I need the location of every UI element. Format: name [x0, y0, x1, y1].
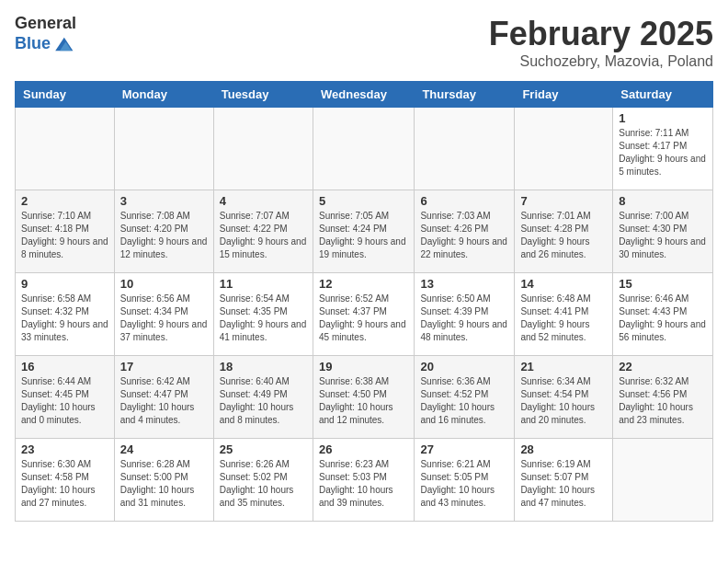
day-number: 7 — [520, 194, 607, 208]
day-info: Sunrise: 6:34 AM Sunset: 4:54 PM Dayligh… — [520, 375, 607, 427]
day-number: 14 — [520, 277, 607, 291]
weekday-header-sunday: Sunday — [16, 82, 115, 108]
calendar-day-cell — [16, 108, 115, 190]
calendar-day-cell: 5Sunrise: 7:05 AM Sunset: 4:24 PM Daylig… — [313, 190, 414, 273]
calendar-day-cell: 23Sunrise: 6:30 AM Sunset: 4:58 PM Dayli… — [16, 439, 115, 522]
day-number: 24 — [120, 442, 208, 456]
day-number: 19 — [319, 360, 408, 373]
calendar-day-cell — [515, 108, 613, 190]
logo: General Blue — [15, 15, 76, 55]
day-info: Sunrise: 7:08 AM Sunset: 4:20 PM Dayligh… — [120, 210, 208, 261]
day-info: Sunrise: 6:28 AM Sunset: 5:00 PM Dayligh… — [120, 458, 208, 510]
weekday-header-thursday: Thursday — [415, 82, 515, 108]
day-number: 26 — [319, 442, 408, 456]
calendar-day-cell — [415, 108, 515, 190]
day-number: 22 — [619, 360, 707, 373]
calendar-day-cell: 2Sunrise: 7:10 AM Sunset: 4:18 PM Daylig… — [16, 190, 115, 273]
day-info: Sunrise: 7:10 AM Sunset: 4:18 PM Dayligh… — [21, 210, 108, 261]
logo-general-text: General — [15, 15, 76, 33]
day-number: 10 — [120, 277, 208, 291]
calendar-day-cell: 18Sunrise: 6:40 AM Sunset: 4:49 PM Dayli… — [213, 356, 313, 439]
day-number: 11 — [220, 277, 307, 291]
calendar-day-cell: 12Sunrise: 6:52 AM Sunset: 4:37 PM Dayli… — [313, 273, 414, 356]
calendar-day-cell: 24Sunrise: 6:28 AM Sunset: 5:00 PM Dayli… — [114, 439, 213, 522]
weekday-header-wednesday: Wednesday — [313, 82, 414, 108]
day-info: Sunrise: 6:58 AM Sunset: 4:32 PM Dayligh… — [21, 293, 108, 344]
day-info: Sunrise: 7:05 AM Sunset: 4:24 PM Dayligh… — [319, 210, 408, 261]
logo-blue-text: Blue — [15, 35, 51, 53]
day-info: Sunrise: 6:50 AM Sunset: 4:39 PM Dayligh… — [420, 293, 508, 344]
calendar-day-cell: 4Sunrise: 7:07 AM Sunset: 4:22 PM Daylig… — [213, 190, 313, 273]
day-info: Sunrise: 6:48 AM Sunset: 4:41 PM Dayligh… — [520, 293, 607, 344]
calendar-day-cell: 1Sunrise: 7:11 AM Sunset: 4:17 PM Daylig… — [613, 108, 713, 190]
calendar-day-cell — [114, 108, 213, 190]
calendar-day-cell: 21Sunrise: 6:34 AM Sunset: 4:54 PM Dayli… — [515, 356, 613, 439]
day-info: Sunrise: 7:11 AM Sunset: 4:17 PM Dayligh… — [619, 127, 707, 178]
day-info: Sunrise: 6:38 AM Sunset: 4:50 PM Dayligh… — [319, 375, 408, 427]
calendar-day-cell: 19Sunrise: 6:38 AM Sunset: 4:50 PM Dayli… — [313, 356, 414, 439]
day-info: Sunrise: 6:26 AM Sunset: 5:02 PM Dayligh… — [220, 458, 307, 510]
calendar-week-row: 1Sunrise: 7:11 AM Sunset: 4:17 PM Daylig… — [16, 108, 713, 190]
calendar-week-row: 16Sunrise: 6:44 AM Sunset: 4:45 PM Dayli… — [16, 356, 713, 439]
day-number: 16 — [21, 360, 108, 373]
day-info: Sunrise: 6:21 AM Sunset: 5:05 PM Dayligh… — [420, 458, 508, 510]
day-number: 15 — [619, 277, 707, 291]
day-number: 8 — [619, 194, 707, 208]
calendar-table: SundayMondayTuesdayWednesdayThursdayFrid… — [15, 81, 713, 522]
calendar-week-row: 23Sunrise: 6:30 AM Sunset: 4:58 PM Dayli… — [16, 439, 713, 522]
calendar-day-cell: 14Sunrise: 6:48 AM Sunset: 4:41 PM Dayli… — [515, 273, 613, 356]
calendar-day-cell — [313, 108, 414, 190]
day-info: Sunrise: 6:46 AM Sunset: 4:43 PM Dayligh… — [619, 293, 707, 344]
day-info: Sunrise: 6:44 AM Sunset: 4:45 PM Dayligh… — [21, 375, 108, 427]
weekday-header-saturday: Saturday — [613, 82, 713, 108]
calendar-week-row: 9Sunrise: 6:58 AM Sunset: 4:32 PM Daylig… — [16, 273, 713, 356]
day-number: 2 — [21, 194, 108, 208]
calendar-day-cell: 6Sunrise: 7:03 AM Sunset: 4:26 PM Daylig… — [415, 190, 515, 273]
day-info: Sunrise: 6:42 AM Sunset: 4:47 PM Dayligh… — [120, 375, 208, 427]
day-number: 3 — [120, 194, 208, 208]
day-number: 18 — [220, 360, 307, 373]
calendar-day-cell: 11Sunrise: 6:54 AM Sunset: 4:35 PM Dayli… — [213, 273, 313, 356]
day-info: Sunrise: 6:30 AM Sunset: 4:58 PM Dayligh… — [21, 458, 108, 510]
calendar-week-row: 2Sunrise: 7:10 AM Sunset: 4:18 PM Daylig… — [16, 190, 713, 273]
day-info: Sunrise: 6:54 AM Sunset: 4:35 PM Dayligh… — [220, 293, 307, 344]
calendar-day-cell: 22Sunrise: 6:32 AM Sunset: 4:56 PM Dayli… — [613, 356, 713, 439]
weekday-header-tuesday: Tuesday — [213, 82, 313, 108]
calendar-day-cell — [213, 108, 313, 190]
day-number: 5 — [319, 194, 408, 208]
day-info: Sunrise: 6:32 AM Sunset: 4:56 PM Dayligh… — [619, 375, 707, 427]
day-number: 28 — [520, 442, 607, 456]
day-number: 12 — [319, 277, 408, 291]
day-info: Sunrise: 6:40 AM Sunset: 4:49 PM Dayligh… — [220, 375, 307, 427]
day-info: Sunrise: 6:36 AM Sunset: 4:52 PM Dayligh… — [420, 375, 508, 427]
calendar-day-cell: 28Sunrise: 6:19 AM Sunset: 5:07 PM Dayli… — [515, 439, 613, 522]
calendar-day-cell: 16Sunrise: 6:44 AM Sunset: 4:45 PM Dayli… — [16, 356, 115, 439]
day-number: 13 — [420, 277, 508, 291]
day-info: Sunrise: 6:56 AM Sunset: 4:34 PM Dayligh… — [120, 293, 208, 344]
calendar-day-cell — [613, 439, 713, 522]
calendar-day-cell: 25Sunrise: 6:26 AM Sunset: 5:02 PM Dayli… — [213, 439, 313, 522]
day-number: 20 — [420, 360, 508, 373]
title-block: February 2025 Suchozebry, Mazovia, Polan… — [489, 15, 713, 70]
day-number: 21 — [520, 360, 607, 373]
location-subtitle: Suchozebry, Mazovia, Poland — [489, 53, 713, 70]
calendar-day-cell: 10Sunrise: 6:56 AM Sunset: 4:34 PM Dayli… — [114, 273, 213, 356]
logo-icon — [52, 33, 74, 55]
day-info: Sunrise: 6:23 AM Sunset: 5:03 PM Dayligh… — [319, 458, 408, 510]
day-info: Sunrise: 7:01 AM Sunset: 4:28 PM Dayligh… — [520, 210, 607, 261]
calendar-day-cell: 7Sunrise: 7:01 AM Sunset: 4:28 PM Daylig… — [515, 190, 613, 273]
month-title: February 2025 — [489, 15, 713, 53]
calendar-header-row: SundayMondayTuesdayWednesdayThursdayFrid… — [16, 82, 713, 108]
day-info: Sunrise: 7:03 AM Sunset: 4:26 PM Dayligh… — [420, 210, 508, 261]
day-info: Sunrise: 7:00 AM Sunset: 4:30 PM Dayligh… — [619, 210, 707, 261]
calendar-day-cell: 15Sunrise: 6:46 AM Sunset: 4:43 PM Dayli… — [613, 273, 713, 356]
day-number: 25 — [220, 442, 307, 456]
day-info: Sunrise: 6:52 AM Sunset: 4:37 PM Dayligh… — [319, 293, 408, 344]
calendar-day-cell: 20Sunrise: 6:36 AM Sunset: 4:52 PM Dayli… — [415, 356, 515, 439]
calendar-day-cell: 27Sunrise: 6:21 AM Sunset: 5:05 PM Dayli… — [415, 439, 515, 522]
day-number: 6 — [420, 194, 508, 208]
day-number: 17 — [120, 360, 208, 373]
day-number: 1 — [619, 111, 707, 125]
day-info: Sunrise: 7:07 AM Sunset: 4:22 PM Dayligh… — [220, 210, 307, 261]
calendar-day-cell: 8Sunrise: 7:00 AM Sunset: 4:30 PM Daylig… — [613, 190, 713, 273]
